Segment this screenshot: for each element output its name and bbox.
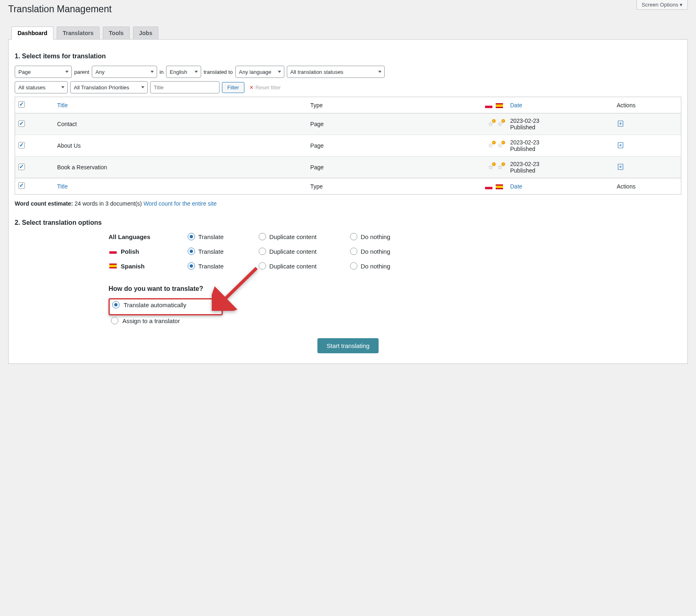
col-flags-footer bbox=[440, 178, 507, 195]
flag-pl-icon bbox=[485, 184, 492, 189]
col-title-footer[interactable]: Title bbox=[54, 178, 307, 195]
how-translate-heading: How do you want to translate? bbox=[109, 285, 681, 292]
translate-automatically-radio[interactable] bbox=[112, 301, 120, 308]
translate-automatically-label: Translate automatically bbox=[124, 301, 186, 308]
main-panel: 1. Select items for translation Page par… bbox=[8, 40, 688, 364]
flag-es-icon bbox=[496, 103, 503, 108]
translation-status-select[interactable]: All translation statuses bbox=[287, 66, 385, 78]
row-type: Page bbox=[307, 113, 441, 135]
flag-pl-icon bbox=[485, 103, 492, 108]
all-duplicate-radio[interactable] bbox=[259, 233, 266, 240]
pl-duplicate-radio[interactable] bbox=[259, 248, 266, 255]
row-checkbox[interactable] bbox=[18, 120, 25, 127]
pl-translate-radio[interactable] bbox=[188, 248, 195, 255]
row-status-icons: ☆+ ☆+ bbox=[440, 157, 507, 178]
table-row: Book a Reservation Page ☆+ ☆+ 2023-02-23… bbox=[15, 157, 681, 178]
row-checkbox[interactable] bbox=[18, 164, 25, 170]
post-type-select[interactable]: Page bbox=[15, 66, 72, 78]
tab-translators[interactable]: Translators bbox=[57, 27, 100, 39]
in-label: in bbox=[160, 69, 164, 75]
col-type-footer: Type bbox=[307, 178, 441, 195]
col-date-footer[interactable]: Date bbox=[507, 178, 614, 195]
row-status-icons: ☆+ ☆+ bbox=[440, 135, 507, 157]
translate-status-icon[interactable]: ☆+ bbox=[497, 164, 503, 170]
add-translation-icon[interactable] bbox=[617, 165, 624, 172]
col-title-header[interactable]: Title bbox=[54, 97, 307, 113]
translated-to-label: translated to bbox=[204, 69, 233, 75]
parent-label: parent bbox=[74, 69, 89, 75]
reset-filter[interactable]: ✕Reset filter bbox=[249, 84, 281, 91]
tab-jobs[interactable]: Jobs bbox=[133, 27, 159, 39]
word-count-estimate: Word count estimate: 24 words in 3 docum… bbox=[15, 200, 681, 207]
start-translating-button[interactable]: Start translating bbox=[317, 338, 378, 353]
select-all-checkbox-top[interactable] bbox=[18, 101, 25, 108]
row-title[interactable]: Contact bbox=[54, 113, 307, 135]
filter-row-2: All statuses All Translation Priorities … bbox=[15, 81, 681, 93]
title-filter-input[interactable] bbox=[150, 81, 219, 93]
col-actions-footer: Actions bbox=[614, 178, 681, 195]
es-donothing-radio[interactable] bbox=[350, 262, 357, 270]
section2-heading: 2. Select translation options bbox=[15, 219, 681, 226]
all-translate-radio[interactable] bbox=[188, 233, 195, 240]
flag-es-icon bbox=[496, 184, 503, 189]
filter-button[interactable]: Filter bbox=[222, 82, 244, 93]
select-all-checkbox-bottom[interactable] bbox=[18, 182, 25, 189]
table-row: Contact Page ☆+ ☆+ 2023-02-23Published bbox=[15, 113, 681, 135]
word-count-link[interactable]: Word count for the entire site bbox=[144, 200, 217, 207]
from-lang-select[interactable]: English bbox=[166, 66, 201, 78]
flag-pl-icon bbox=[109, 249, 117, 254]
table-row: About Us Page ☆+ ☆+ 2023-02-23Published bbox=[15, 135, 681, 157]
translate-status-icon[interactable]: ☆+ bbox=[497, 142, 503, 148]
tab-tools[interactable]: Tools bbox=[103, 27, 130, 39]
all-donothing-radio[interactable] bbox=[350, 233, 357, 240]
parent-select[interactable]: Any bbox=[92, 66, 157, 78]
row-type: Page bbox=[307, 157, 441, 178]
col-type-header: Type bbox=[307, 97, 441, 113]
items-table: Title Type Date Actions Contact Page ☆+ … bbox=[15, 97, 681, 195]
polish-label: Polish bbox=[109, 248, 178, 255]
to-lang-select[interactable]: Any language bbox=[235, 66, 284, 78]
screen-options-toggle[interactable]: Screen Options ▾ bbox=[636, 0, 688, 10]
col-actions-header: Actions bbox=[614, 97, 681, 113]
es-duplicate-radio[interactable] bbox=[259, 262, 266, 270]
nav-tabs: Dashboard Translators Tools Jobs bbox=[8, 23, 688, 40]
post-status-select[interactable]: All statuses bbox=[15, 81, 68, 93]
add-translation-icon[interactable] bbox=[617, 122, 624, 129]
pl-donothing-radio[interactable] bbox=[350, 248, 357, 255]
row-type: Page bbox=[307, 135, 441, 157]
priority-select[interactable]: All Translation Priorities bbox=[70, 81, 148, 93]
assign-translator-label: Assign to a translator bbox=[122, 317, 180, 324]
row-date: 2023-02-23Published bbox=[507, 113, 614, 135]
es-translate-radio[interactable] bbox=[188, 262, 195, 270]
row-date: 2023-02-23Published bbox=[507, 135, 614, 157]
how-translate-section: How do you want to translate? Translate … bbox=[109, 285, 681, 326]
row-checkbox[interactable] bbox=[18, 142, 25, 148]
filter-row-1: Page parent Any in English translated to… bbox=[15, 66, 681, 78]
spanish-label: Spanish bbox=[109, 263, 178, 270]
row-date: 2023-02-23Published bbox=[507, 157, 614, 178]
annotation-highlight-box: Translate automatically bbox=[109, 298, 223, 315]
row-title[interactable]: About Us bbox=[54, 135, 307, 157]
translate-status-icon[interactable]: ☆+ bbox=[488, 142, 493, 148]
add-translation-icon[interactable] bbox=[617, 144, 624, 150]
col-date-header[interactable]: Date bbox=[507, 97, 614, 113]
tab-dashboard[interactable]: Dashboard bbox=[11, 27, 53, 40]
row-status-icons: ☆+ ☆+ bbox=[440, 113, 507, 135]
translate-status-icon[interactable]: ☆+ bbox=[488, 121, 493, 127]
translate-status-icon[interactable]: ☆+ bbox=[488, 164, 493, 170]
row-title[interactable]: Book a Reservation bbox=[54, 157, 307, 178]
assign-translator-radio[interactable] bbox=[111, 317, 118, 324]
all-languages-label: All Languages bbox=[109, 233, 178, 240]
col-flags-header bbox=[440, 97, 507, 113]
close-icon: ✕ bbox=[249, 84, 254, 91]
page-title: Translation Management bbox=[8, 0, 688, 23]
translate-status-icon[interactable]: ☆+ bbox=[497, 121, 503, 127]
flag-es-icon bbox=[109, 264, 117, 268]
translation-options-grid: All Languages Translate Duplicate conten… bbox=[109, 233, 681, 270]
section1-heading: 1. Select items for translation bbox=[15, 53, 681, 60]
